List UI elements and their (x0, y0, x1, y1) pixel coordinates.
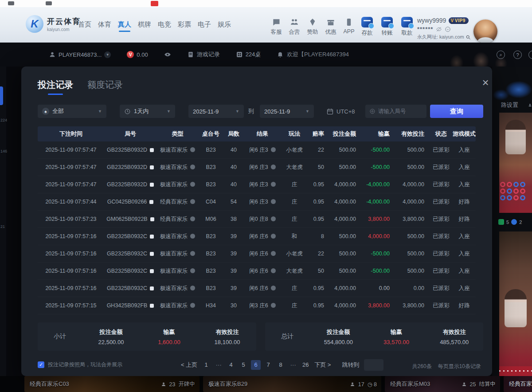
info-icon[interactable] (190, 286, 195, 290)
result-info-icon[interactable] (271, 199, 276, 204)
result-info-icon[interactable] (271, 182, 276, 187)
customer-service-button[interactable]: 客服 (270, 18, 283, 36)
page-number[interactable]: ··· (288, 360, 298, 370)
result-info-icon[interactable] (271, 268, 276, 273)
records-table-body: 2025-11-09 07:57:47 GB2325B0932D 极速百家乐 B… (38, 141, 476, 314)
info-icon[interactable] (190, 199, 195, 204)
chevron-down-icon[interactable]: ▼ (104, 51, 111, 58)
modal-tab[interactable]: 额度记录 (87, 79, 123, 95)
jump-page-input[interactable] (364, 359, 383, 371)
page-number[interactable]: 4 (226, 360, 236, 370)
vip-badge[interactable]: V VIP9 (449, 17, 468, 24)
round-search-box[interactable] (365, 105, 426, 118)
prev-page-button[interactable]: < 上页 (181, 361, 197, 369)
copy-icon[interactable] (150, 217, 154, 221)
nav-item[interactable]: 真人 (118, 20, 131, 32)
round-search-input[interactable] (378, 108, 422, 114)
live-table-thumbnail[interactable]: 经典百家乐C03 23 开牌中 (24, 376, 200, 392)
sidebar-blue-tab[interactable] (0, 86, 3, 105)
live-table-thumbnail[interactable]: 极速百家乐B29 17 ◷ 8 (203, 376, 381, 392)
nav-item[interactable]: 体育 (98, 20, 111, 32)
copy-icon[interactable] (150, 235, 154, 239)
dealer-video-1[interactable] (499, 113, 532, 213)
chevron-circle-icon[interactable] (445, 26, 451, 32)
page-number[interactable]: 7 (263, 360, 273, 370)
close-icon[interactable]: × (479, 76, 492, 89)
user-avatar[interactable] (473, 20, 497, 43)
tables-count-button[interactable]: 224桌 (236, 51, 261, 59)
result-info-icon[interactable] (271, 251, 276, 256)
page-number[interactable]: 5 (239, 360, 248, 370)
game-category-select[interactable]: ♠ 全部 ▼ (38, 105, 106, 118)
cell-round-id: GB2325B0932C (104, 251, 156, 257)
app-button[interactable]: APP (342, 18, 356, 36)
cell-game-type: 极速百家乐 (156, 233, 199, 240)
copy-icon[interactable] (150, 269, 154, 273)
help-circle-icon[interactable]: ? (513, 51, 522, 59)
more-circle-icon[interactable] (528, 51, 532, 59)
result-info-icon[interactable] (271, 147, 276, 152)
game-record-button[interactable]: 游戏记录 (187, 51, 220, 59)
brand-logo[interactable]: K 开云体育 kaiyun.com (26, 15, 81, 33)
notifications-button[interactable] (277, 51, 284, 58)
result-info-icon[interactable] (271, 165, 276, 169)
page-number[interactable]: 6 (251, 360, 261, 370)
page-number[interactable]: 8 (276, 360, 286, 370)
copy-icon[interactable] (150, 304, 154, 308)
toggle-balance-visibility[interactable] (164, 51, 171, 58)
cell-result: 闲6 庄6 (244, 233, 281, 240)
info-icon[interactable] (190, 165, 195, 169)
search-circle-icon[interactable]: ⌕ (497, 51, 505, 59)
copy-icon[interactable] (150, 165, 154, 169)
info-icon[interactable] (190, 251, 195, 256)
nav-item[interactable]: 娱乐 (218, 20, 231, 32)
copy-icon[interactable] (149, 200, 153, 204)
info-icon[interactable] (190, 216, 195, 221)
info-icon[interactable] (190, 234, 195, 239)
partner-button[interactable]: 合营 (288, 18, 301, 36)
sponsor-button[interactable]: 赞助 (306, 18, 319, 36)
date-from-select[interactable]: 2025-11-9 ▼ (188, 105, 244, 118)
copy-icon[interactable] (150, 183, 154, 187)
checkbox-checked[interactable]: ✓ (38, 361, 44, 368)
date-to-value: 2025-11-9 (264, 108, 290, 115)
date-to-select[interactable]: 2025-11-9 ▼ (260, 105, 314, 118)
result-info-icon[interactable] (271, 303, 276, 308)
nav-item[interactable]: 首页 (78, 20, 91, 32)
copy-icon[interactable] (150, 286, 154, 290)
dealer-video-2[interactable] (499, 231, 532, 376)
modal-tab[interactable]: 投注记录 (38, 79, 73, 95)
magnifier-icon[interactable] (466, 35, 471, 40)
eye-off-icon[interactable] (436, 26, 442, 32)
withdraw-button[interactable]: 取款 (400, 17, 414, 37)
result-info-icon[interactable] (271, 286, 276, 290)
nav-item[interactable]: 电竞 (158, 20, 171, 32)
nav-item[interactable]: 棋牌 (138, 20, 151, 32)
road-settings-label[interactable]: 路设置 (501, 101, 518, 109)
page-number[interactable]: 26 (301, 360, 310, 370)
deposit-button[interactable]: 存款 (360, 17, 374, 37)
page-number[interactable]: ··· (214, 360, 223, 370)
next-page-button[interactable]: 下页 > (314, 361, 331, 369)
transfer-button[interactable]: 转账 (380, 17, 394, 37)
live-table-thumbnail[interactable]: 经典百家乐M08 (504, 376, 532, 392)
column-header: 下注时间 (38, 130, 104, 138)
query-button[interactable]: 查询 (430, 105, 483, 118)
info-icon[interactable] (190, 303, 195, 308)
result-info-icon[interactable] (271, 216, 276, 221)
info-icon[interactable] (190, 182, 195, 187)
promo-button[interactable]: 优惠 (324, 18, 337, 36)
info-icon[interactable] (190, 268, 195, 273)
info-icon[interactable] (190, 147, 195, 152)
player-dropdown[interactable]: PLAYER46873... ▼ (49, 51, 111, 58)
nav-item[interactable]: 彩票 (178, 20, 191, 32)
copy-icon[interactable] (150, 148, 154, 152)
time-range-select[interactable]: 1天内 ▼ (120, 105, 175, 118)
live-table-thumbnail[interactable]: 经典百家乐M03 25 结算中 (385, 376, 500, 392)
page-number[interactable]: 1 (201, 360, 211, 370)
copy-icon[interactable] (150, 252, 154, 256)
nav-item[interactable]: 电子 (198, 20, 211, 32)
timezone-display[interactable]: UTC+8 (326, 105, 355, 118)
result-info-icon[interactable] (271, 234, 276, 239)
balance-display[interactable]: V 0.00 (127, 51, 148, 58)
